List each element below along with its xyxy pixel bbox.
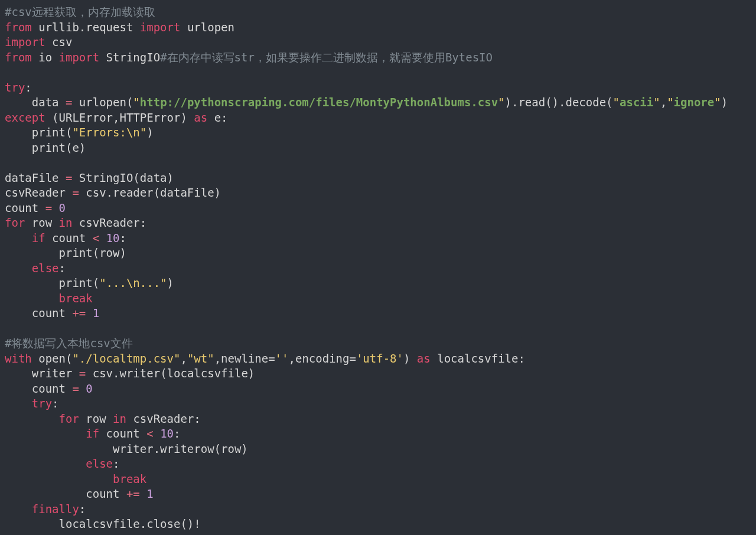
code-text: writer xyxy=(5,367,79,380)
keyword-for: for xyxy=(5,216,25,229)
code-text: StringIO xyxy=(99,51,160,64)
code-text: e: xyxy=(207,111,227,124)
code-text xyxy=(86,306,92,319)
code-text: io xyxy=(32,51,59,64)
operator: = xyxy=(66,171,72,184)
keyword-from: from xyxy=(5,21,32,34)
code-text: csv.reader(dataFile) xyxy=(79,186,221,199)
code-text: : xyxy=(79,503,86,516)
string: " xyxy=(714,96,721,109)
code-text: urlopen xyxy=(180,21,234,34)
keyword-break: break xyxy=(59,292,93,305)
code-text: print( xyxy=(5,276,99,289)
code-editor[interactable]: #csv远程获取，内存加载读取 from urllib.request impo… xyxy=(0,0,756,535)
string: " xyxy=(667,96,673,109)
keyword-with: with xyxy=(5,352,32,365)
string: " xyxy=(613,96,620,109)
number: 10 xyxy=(160,427,174,440)
operator: = xyxy=(79,367,86,380)
code-text: dataFile xyxy=(5,171,66,184)
code-text xyxy=(5,427,86,440)
code-text: urlopen( xyxy=(72,96,133,109)
operator: < xyxy=(93,231,99,244)
keyword-as: as xyxy=(194,111,207,124)
code-text: ,newline= xyxy=(214,352,275,365)
string-literal: ascii xyxy=(620,96,653,109)
code-text xyxy=(79,382,86,395)
code-text: : xyxy=(174,427,180,440)
code-text: count xyxy=(5,201,45,214)
operator: < xyxy=(146,427,153,440)
code-text: : xyxy=(59,262,66,275)
keyword-for: for xyxy=(59,412,79,425)
code-text: count xyxy=(5,487,126,500)
code-text: , xyxy=(660,96,667,109)
operator: += xyxy=(72,306,86,319)
operator: = xyxy=(45,201,52,214)
code-text xyxy=(5,503,32,516)
code-text: csv.writer(localcsvfile) xyxy=(86,367,255,380)
code-text: open( xyxy=(32,352,73,365)
string: '' xyxy=(275,352,289,365)
code-text: data xyxy=(5,96,66,109)
code-text: , xyxy=(180,352,187,365)
code-text: count xyxy=(99,427,146,440)
keyword-finally: finally xyxy=(32,503,79,516)
code-text: print(e) xyxy=(5,141,86,154)
string-literal: ignore xyxy=(674,96,715,109)
code-text: urllib.request xyxy=(32,21,140,34)
keyword-if: if xyxy=(32,231,45,244)
operator: = xyxy=(72,382,79,395)
code-text xyxy=(5,231,32,244)
comment: #在内存中读写str，如果要操作二进制数据，就需要使用BytesIO xyxy=(160,51,493,64)
keyword-if: if xyxy=(86,427,99,440)
keyword-in: in xyxy=(113,412,126,425)
keyword-from: from xyxy=(5,51,32,64)
code-text: count xyxy=(45,231,93,244)
string: " xyxy=(498,96,504,109)
string: "wt" xyxy=(187,352,214,365)
code-text: print( xyxy=(5,126,72,139)
code-text: ).read().decode( xyxy=(505,96,613,109)
code-text xyxy=(5,292,59,305)
code-text xyxy=(5,412,59,425)
operator: = xyxy=(66,96,72,109)
string-url: http://pythonscraping.com/files/MontyPyt… xyxy=(140,96,498,109)
code-text: ,encoding= xyxy=(289,352,356,365)
number: 1 xyxy=(146,487,153,500)
code-text: csv xyxy=(45,35,73,48)
code-text: : xyxy=(120,231,126,244)
string: "./localtmp.csv" xyxy=(72,352,180,365)
code-text xyxy=(5,457,86,470)
string: " xyxy=(653,96,660,109)
code-text: writer.writerow(row) xyxy=(5,442,248,455)
code-text: csvReader: xyxy=(72,216,146,229)
code-text: ) xyxy=(146,126,153,139)
code-text: StringIO(data) xyxy=(72,171,174,184)
code-text: localcsvfile.close()! xyxy=(5,517,201,530)
number: 1 xyxy=(93,306,99,319)
keyword-as: as xyxy=(417,352,431,365)
code-text: row xyxy=(25,216,58,229)
code-text xyxy=(5,262,32,275)
keyword-else: else xyxy=(32,262,59,275)
code-text xyxy=(52,201,58,214)
code-text: csvReader: xyxy=(126,412,201,425)
code-text xyxy=(99,231,106,244)
code-text: csvReader xyxy=(5,186,72,199)
keyword-import: import xyxy=(5,35,45,48)
code-text: count xyxy=(5,382,72,395)
comment: #将数据写入本地csv文件 xyxy=(5,337,133,350)
keyword-try: try xyxy=(5,81,25,94)
code-text xyxy=(5,397,32,410)
code-text: ) xyxy=(721,96,728,109)
code-text xyxy=(5,472,113,485)
keyword-in: in xyxy=(59,216,73,229)
code-text: row xyxy=(79,412,113,425)
code-text: (URLError,HTTPError) xyxy=(45,111,194,124)
code-text: count xyxy=(5,306,72,319)
operator: += xyxy=(126,487,140,500)
code-text: : xyxy=(52,397,58,410)
keyword-else: else xyxy=(86,457,113,470)
string: 'utf-8' xyxy=(356,352,403,365)
